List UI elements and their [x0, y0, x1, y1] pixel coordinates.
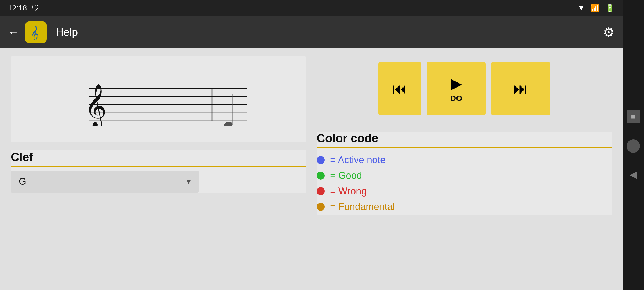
fundamental-label: = Fundamental — [330, 201, 395, 212]
blue-dot — [317, 156, 325, 164]
color-code-divider — [317, 147, 612, 148]
square-icon: ■ — [631, 112, 636, 121]
active-note-label: = Active note — [330, 154, 386, 166]
green-dot — [317, 172, 325, 180]
battery-icon: 🔋 — [605, 4, 614, 13]
good-label: = Good — [330, 170, 362, 181]
play-icon: ▶ — [451, 75, 462, 92]
clef-title: Clef — [11, 150, 306, 164]
top-bar: ← 𝄞 Help ⚙ — [0, 16, 623, 48]
svg-text:𝄞: 𝄞 — [85, 84, 107, 126]
list-item: = Good — [317, 170, 612, 181]
signal-icon: 📶 — [590, 4, 600, 13]
wrong-label: = Wrong — [330, 186, 367, 197]
list-item: = Active note — [317, 154, 612, 166]
list-item: = Fundamental — [317, 201, 612, 212]
clef-divider — [11, 166, 306, 167]
app-icon: 𝄞 — [25, 21, 47, 43]
clef-section: Clef G ▾ — [11, 150, 306, 193]
settings-button[interactable]: ⚙ — [603, 25, 614, 40]
note-label: DO — [450, 94, 462, 103]
nav-circle-button[interactable] — [627, 139, 640, 153]
color-code-title: Color code — [317, 132, 612, 145]
page-title: Help — [56, 26, 78, 38]
chevron-down-icon: ▾ — [187, 177, 191, 186]
left-panel: 𝄞 Clef G ▾ — [11, 56, 306, 282]
nav-square-button[interactable]: ■ — [627, 110, 640, 123]
prev-button[interactable]: ⏮ — [378, 62, 421, 115]
list-item: = Wrong — [317, 186, 612, 197]
svg-point-8 — [223, 121, 233, 126]
next-icon: ⏭ — [513, 80, 528, 97]
playback-controls: ⏮ ▶ DO ⏭ — [317, 56, 612, 121]
color-code-section: Color code = Active note = Good = Wrong — [317, 132, 612, 215]
main-content: 𝄞 Clef G ▾ — [0, 48, 623, 290]
clef-value: G — [19, 176, 26, 187]
staff-notation: 𝄞 — [11, 56, 306, 142]
side-navigation: ■ ◀ — [623, 0, 644, 290]
clef-dropdown[interactable]: G ▾ — [11, 171, 199, 193]
nav-back-triangle[interactable]: ◀ — [630, 169, 637, 180]
status-bar: 12:18 🛡 ▼ 📶 🔋 — [0, 0, 623, 16]
next-button[interactable]: ⏭ — [491, 62, 550, 115]
time-display: 12:18 — [8, 4, 27, 12]
orange-dot — [317, 203, 325, 211]
right-panel: ⏮ ▶ DO ⏭ Color code = Active note — [317, 56, 612, 282]
red-dot — [317, 187, 325, 195]
color-code-list: = Active note = Good = Wrong = Fundament… — [317, 152, 612, 215]
prev-icon: ⏮ — [392, 80, 407, 97]
shield-icon: 🛡 — [32, 4, 39, 13]
back-button[interactable]: ← — [8, 26, 19, 38]
wifi-icon: ▼ — [577, 4, 585, 12]
svg-text:𝄞: 𝄞 — [31, 26, 39, 40]
play-button[interactable]: ▶ DO — [427, 62, 486, 115]
